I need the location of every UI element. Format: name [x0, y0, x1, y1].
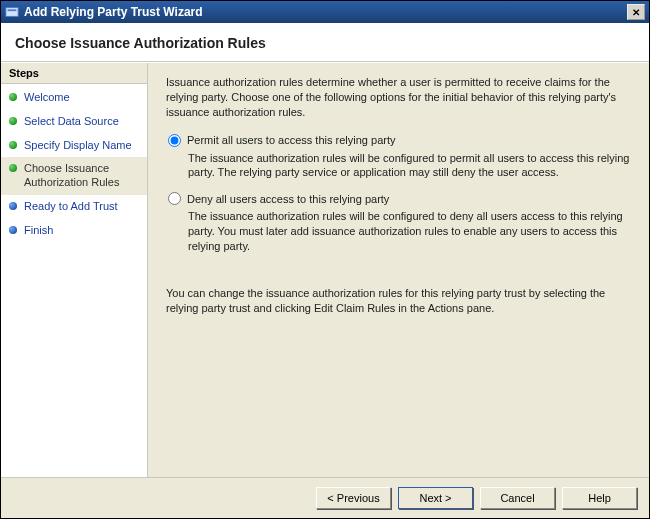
- step-choose-issuance-auth-rules[interactable]: Choose Issuance Authorization Rules: [1, 157, 147, 195]
- step-dot-icon: [9, 117, 17, 125]
- option-deny-all: Deny all users access to this relying pa…: [166, 192, 631, 254]
- cancel-button[interactable]: Cancel: [480, 487, 555, 509]
- step-welcome[interactable]: Welcome: [1, 86, 147, 110]
- app-icon: [5, 5, 19, 19]
- button-bar: < Previous Next > Cancel Help: [1, 477, 649, 518]
- step-dot-icon: [9, 93, 17, 101]
- step-finish[interactable]: Finish: [1, 219, 147, 243]
- steps-header: Steps: [1, 63, 147, 84]
- svg-rect-0: [6, 8, 18, 17]
- step-dot-icon: [9, 226, 17, 234]
- page-title: Choose Issuance Authorization Rules: [15, 35, 635, 51]
- steps-list: Welcome Select Data Source Specify Displ…: [1, 84, 147, 244]
- step-dot-icon: [9, 202, 17, 210]
- option-permit-all: Permit all users to access this relying …: [166, 134, 631, 181]
- option-deny-all-label: Deny all users access to this relying pa…: [187, 193, 389, 205]
- footer-note: You can change the issuance authorizatio…: [166, 286, 631, 316]
- step-ready-to-add-trust[interactable]: Ready to Add Trust: [1, 195, 147, 219]
- option-deny-all-desc: The issuance authorization rules will be…: [188, 209, 631, 254]
- previous-button[interactable]: < Previous: [316, 487, 391, 509]
- step-select-data-source[interactable]: Select Data Source: [1, 110, 147, 134]
- next-button[interactable]: Next >: [398, 487, 473, 509]
- intro-text: Issuance authorization rules determine w…: [166, 75, 631, 120]
- option-permit-all-label: Permit all users to access this relying …: [187, 134, 395, 146]
- close-button[interactable]: ✕: [627, 4, 645, 20]
- svg-rect-1: [8, 9, 17, 11]
- step-label: Finish: [24, 224, 53, 238]
- step-label: Select Data Source: [24, 115, 119, 129]
- titlebar: Add Relying Party Trust Wizard ✕: [1, 1, 649, 23]
- step-label: Welcome: [24, 91, 70, 105]
- help-button[interactable]: Help: [562, 487, 637, 509]
- radio-permit-all[interactable]: [168, 134, 181, 147]
- page-heading-row: Choose Issuance Authorization Rules: [1, 23, 649, 61]
- window-title: Add Relying Party Trust Wizard: [24, 5, 203, 19]
- step-dot-icon: [9, 164, 17, 172]
- radio-deny-all[interactable]: [168, 192, 181, 205]
- option-permit-all-row[interactable]: Permit all users to access this relying …: [168, 134, 631, 147]
- step-label: Choose Issuance Authorization Rules: [24, 162, 141, 190]
- step-label: Specify Display Name: [24, 139, 132, 153]
- option-deny-all-row[interactable]: Deny all users access to this relying pa…: [168, 192, 631, 205]
- step-dot-icon: [9, 141, 17, 149]
- main-content: Issuance authorization rules determine w…: [148, 63, 649, 477]
- body-area: Steps Welcome Select Data Source Specify…: [1, 62, 649, 477]
- step-label: Ready to Add Trust: [24, 200, 118, 214]
- option-permit-all-desc: The issuance authorization rules will be…: [188, 151, 631, 181]
- step-specify-display-name[interactable]: Specify Display Name: [1, 134, 147, 158]
- steps-sidebar: Steps Welcome Select Data Source Specify…: [1, 63, 148, 477]
